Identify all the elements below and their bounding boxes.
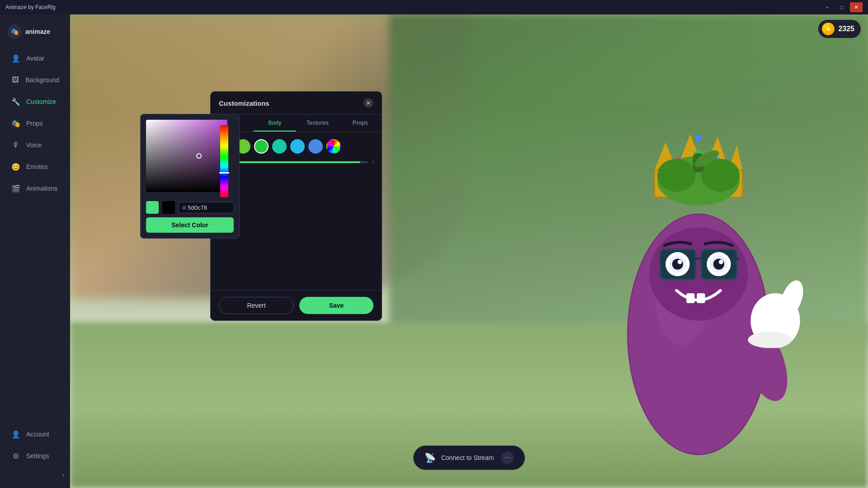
background-icon: 🖼 [11,75,20,85]
swatch-bright-green[interactable] [254,139,269,154]
svg-point-26 [719,260,723,264]
coin-display: ● 2325 [818,20,861,38]
sidebar-item-settings[interactable]: ⚙ Settings [4,446,66,466]
color-picker-hue[interactable] [220,125,228,197]
sidebar-item-animations[interactable]: 🎬 Animations [4,178,66,199]
sidebar-item-label-account: Account [26,431,49,438]
sidebar: 🎭 animaze 👤 Avatar 🖼 Background 🔧 Custom… [0,14,70,488]
svg-rect-28 [659,258,662,260]
sidebar-item-label-voice: Voice [26,141,42,149]
hue-indicator [219,172,229,174]
modal-footer: Revert Save [211,290,382,320]
app-title: Animaze by FaceRig [5,4,56,10]
stream-more-button[interactable]: ⋯ [501,451,514,464]
svg-point-35 [748,332,792,348]
select-color-button[interactable]: Select Color [146,217,234,233]
sidebar-item-customize[interactable]: 🔧 Customize [4,91,66,112]
color-swatches [218,139,374,154]
sidebar-item-avatar[interactable]: 👤 Avatar [4,48,66,69]
hex-input-wrap: # [179,202,234,213]
save-button[interactable]: Save [299,297,373,314]
sidebar-item-label-avatar: Avatar [26,55,44,62]
stream-label: Connect to Stream [441,454,494,461]
content-area: ● 2325 Customizations ✕ Head Body Textur… [70,14,868,488]
sidebar-item-voice[interactable]: 🎙 Voice [4,135,66,155]
slider-up-icon: ↑ [372,159,374,165]
stream-icon: 📡 [425,452,436,463]
sidebar-collapse-button[interactable]: ‹ [0,467,70,483]
color-picker-gradient[interactable] [146,120,227,192]
opacity-slider-row: ↑ [218,159,374,165]
sidebar-item-label-customize: Customize [26,98,56,105]
logo-icon: 🎭 [7,24,22,39]
sidebar-item-props[interactable]: 🎭 Props [4,113,66,134]
tab-textures[interactable]: Textures [296,115,339,131]
current-color-preview [146,201,159,214]
background-scene: ● 2325 Customizations ✕ Head Body Textur… [70,14,868,488]
sidebar-item-label-props: Props [26,120,43,127]
tab-props[interactable]: Props [339,115,382,131]
sidebar-logo: 🎭 animaze [0,20,70,48]
more-icon: ⋯ [504,454,510,461]
swatch-blue[interactable] [308,139,323,154]
svg-rect-31 [697,293,705,303]
props-icon: 🎭 [11,118,21,128]
sidebar-item-label-background: Background [25,76,59,84]
settings-icon: ⚙ [11,451,21,461]
character-svg [574,104,823,488]
opacity-slider-track[interactable] [218,161,368,163]
hex-input[interactable] [188,204,224,211]
picker-cursor [196,153,202,159]
swatch-teal[interactable] [272,139,287,154]
avatar-icon: 👤 [11,53,21,63]
sidebar-item-account[interactable]: 👤 Account [4,424,66,445]
animations-icon: 🎬 [11,183,21,193]
svg-point-9 [695,135,702,141]
sidebar-item-label-settings: Settings [26,452,49,460]
swatch-cyan[interactable] [290,139,305,154]
svg-rect-30 [686,293,694,303]
character-container [574,104,823,488]
svg-point-25 [713,258,724,269]
sidebar-item-label-animations: Animations [26,185,57,192]
main-layout: 🎭 animaze 👤 Avatar 🖼 Background 🔧 Custom… [0,14,868,488]
voice-icon: 🎙 [11,140,21,150]
minimize-button[interactable]: − [821,2,834,12]
svg-rect-27 [695,258,703,260]
connect-stream-button[interactable]: 📡 Connect to Stream ⋯ [413,446,525,470]
logo-text: animaze [25,28,50,35]
sidebar-nav: 👤 Avatar 🖼 Background 🔧 Customize 🎭 Prop… [0,48,70,414]
collapse-icon: ‹ [62,471,65,479]
modal-close-button[interactable]: ✕ [363,98,373,108]
customize-icon: 🔧 [11,97,21,107]
sidebar-item-label-emotes: Emotes [26,163,47,170]
sidebar-item-background[interactable]: 🖼 Background [4,70,66,90]
modal-header: Customizations ✕ [211,92,382,115]
title-bar: Animaze by FaceRig − □ ✕ [0,0,868,14]
picker-bottom-row: # [146,201,234,214]
account-icon: 👤 [11,429,21,439]
coin-icon: ● [822,23,835,35]
maximize-button[interactable]: □ [835,2,848,12]
color-picker-popup: # Select Color [140,114,240,239]
revert-button[interactable]: Revert [219,297,294,314]
sidebar-bottom: 👤 Account ⚙ Settings ‹ [0,419,70,483]
svg-point-11 [657,159,696,192]
swatch-rainbow[interactable] [326,139,341,154]
close-button[interactable]: ✕ [850,2,863,12]
sidebar-item-emotes[interactable]: 😊 Emotes [4,156,66,177]
emotes-icon: 😊 [11,162,21,172]
window-controls: − □ ✕ [821,2,863,12]
modal-title: Customizations [219,99,269,107]
coin-amount: 2325 [838,25,854,33]
hex-hash-symbol: # [183,204,186,211]
svg-point-21 [678,260,682,264]
previous-color-preview [162,201,175,214]
svg-rect-29 [735,258,739,260]
tab-body[interactable]: Body [254,115,297,131]
svg-point-20 [672,258,683,269]
